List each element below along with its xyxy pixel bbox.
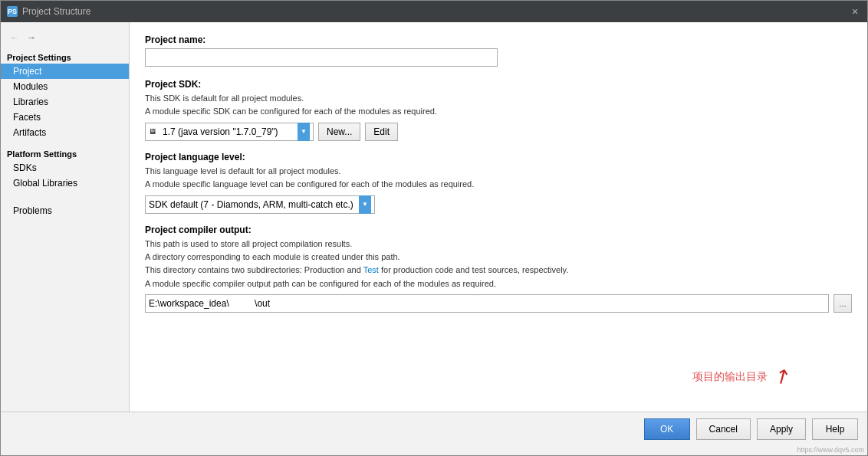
dialog-title: Project Structure (22, 6, 90, 17)
annotation-text: 项目的输出目录 (692, 370, 768, 384)
sdk-value: 1.7 (java version "1.7.0_79") (163, 126, 278, 137)
highlight-test: Test (363, 265, 379, 274)
lang-dropdown[interactable]: SDK default (7 - Diamonds, ARM, multi-ca… (145, 195, 375, 214)
project-name-label: Project name: (145, 34, 852, 45)
project-language-level-title: Project language level: (145, 152, 852, 162)
project-name-input[interactable] (145, 48, 498, 67)
new-sdk-button[interactable]: New... (318, 123, 360, 141)
main-panel: Project name: Project SDK: This SDK is d… (130, 22, 867, 412)
project-settings-label: Project Settings (1, 50, 129, 64)
sidebar-item-artifacts[interactable]: Artifacts (1, 125, 129, 140)
sdk-row: 🖥 1.7 (java version "1.7.0_79") ▼ New...… (145, 123, 852, 141)
lang-dropdown-arrow[interactable]: ▼ (359, 195, 371, 214)
bottom-bar: OK Cancel Apply Help (1, 412, 867, 446)
sidebar: ← → Project Settings Project Modules Lib… (1, 22, 130, 412)
sidebar-item-sdks[interactable]: SDKs (1, 160, 129, 176)
sidebar-item-modules[interactable]: Modules (1, 79, 129, 94)
project-sdk-desc2: A module specific SDK can be configured … (145, 106, 852, 117)
annotation-arrow: ↗ (769, 363, 796, 392)
sdk-dropdown-arrow[interactable]: ▼ (298, 123, 310, 141)
sidebar-item-project[interactable]: Project (1, 64, 129, 79)
sidebar-item-libraries[interactable]: Libraries (1, 94, 129, 110)
compiler-output-desc4: A module specific compiler output path c… (145, 278, 852, 290)
back-button[interactable]: ← (7, 30, 22, 45)
sidebar-item-facets[interactable]: Facets (1, 110, 129, 125)
project-lang-desc2: A module specific language level can be … (145, 179, 852, 190)
project-sdk-desc1: This SDK is default for all project modu… (145, 93, 852, 104)
compiler-output-desc1: This path is used to store all project c… (145, 238, 852, 250)
cancel-button[interactable]: Cancel (696, 418, 751, 440)
sidebar-item-global-libraries[interactable]: Global Libraries (1, 176, 129, 191)
lang-dropdown-value: SDK default (7 - Diamonds, ARM, multi-ca… (149, 199, 353, 210)
project-sdk-title: Project SDK: (145, 79, 852, 90)
lang-dropdown-row: SDK default (7 - Diamonds, ARM, multi-ca… (145, 195, 852, 214)
help-button[interactable]: Help (812, 418, 858, 440)
output-path-row: ... (145, 294, 852, 313)
edit-sdk-button[interactable]: Edit (365, 123, 398, 141)
watermark: https://www.dqv5.com (1, 446, 867, 455)
nav-toolbar: ← → (1, 28, 129, 50)
sdk-icon: 🖥 (149, 127, 156, 136)
close-button[interactable]: × (849, 5, 861, 18)
app-icon: PS (7, 6, 18, 17)
compiler-output-desc2: A directory corresponding to each module… (145, 251, 852, 263)
compiler-output-title: Project compiler output: (145, 225, 852, 235)
compiler-output-desc3: This directory contains two subdirectori… (145, 264, 852, 276)
sidebar-item-problems[interactable]: Problems (1, 203, 129, 218)
browse-button[interactable]: ... (833, 294, 852, 313)
sdk-dropdown[interactable]: 🖥 1.7 (java version "1.7.0_79") ▼ (145, 123, 314, 141)
platform-settings-label: Platform Settings (1, 146, 129, 160)
title-bar: PS Project Structure × (1, 1, 867, 22)
output-path-input[interactable] (145, 294, 829, 313)
app-icon-text: PS (8, 8, 17, 15)
ok-button[interactable]: OK (644, 418, 690, 440)
forward-button[interactable]: → (24, 30, 39, 45)
apply-button[interactable]: Apply (757, 418, 806, 440)
project-lang-desc1: This language level is default for all p… (145, 166, 852, 177)
